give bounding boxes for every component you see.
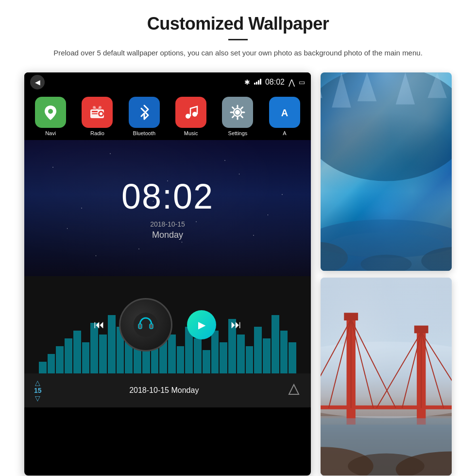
photo-card-ice bbox=[321, 72, 452, 271]
music-label: Music bbox=[184, 130, 198, 136]
eq-bar bbox=[56, 346, 64, 373]
eq-bar bbox=[48, 354, 55, 373]
photo-ice-cave bbox=[321, 72, 452, 271]
music-controls: ⏮ ▶ ⏭ bbox=[94, 298, 241, 352]
photo-card-bridge bbox=[321, 278, 452, 476]
album-art bbox=[119, 298, 172, 352]
app-settings[interactable]: Settings bbox=[215, 97, 260, 136]
svg-rect-38 bbox=[321, 405, 452, 409]
bottom-nav-icon[interactable] bbox=[287, 382, 301, 399]
signal-icon bbox=[254, 79, 261, 86]
photos-panel bbox=[321, 72, 452, 476]
photo-bridge bbox=[321, 278, 452, 476]
ice-cave-svg bbox=[321, 72, 452, 271]
bluetooth-status-icon: ✱ bbox=[244, 78, 250, 86]
next-button[interactable]: ⏭ bbox=[231, 318, 241, 331]
svg-marker-17 bbox=[289, 385, 299, 394]
settings-icon bbox=[222, 97, 253, 128]
page-subtitle: Preload over 5 default wallpaper options… bbox=[39, 47, 437, 59]
eq-bar bbox=[272, 315, 279, 373]
header-divider bbox=[228, 39, 248, 40]
page-title: Customized Wallpaper bbox=[39, 14, 437, 34]
svg-rect-31 bbox=[321, 72, 452, 271]
eq-bar bbox=[280, 331, 288, 373]
eq-bar bbox=[289, 342, 296, 373]
eq-bar bbox=[39, 362, 47, 373]
app-bluetooth[interactable]: Bluetooth bbox=[122, 97, 167, 136]
more-icon: A bbox=[269, 97, 300, 128]
eq-bar bbox=[246, 346, 254, 373]
bluetooth-label: Bluetooth bbox=[133, 130, 155, 136]
svg-rect-4 bbox=[92, 111, 98, 112]
navi-icon bbox=[35, 97, 66, 128]
settings-label: Settings bbox=[228, 130, 248, 136]
svg-point-27 bbox=[321, 242, 348, 270]
radio-label: Radio bbox=[90, 130, 104, 136]
eq-bar bbox=[82, 342, 90, 373]
status-time: 08:02 bbox=[265, 78, 285, 87]
app-bar: Navi Radio bbox=[24, 92, 311, 140]
status-bar-right: ✱ 08:02 ⋀ ▭ bbox=[244, 78, 305, 87]
clock-time: 08:02 bbox=[121, 176, 214, 216]
navi-label: Navi bbox=[45, 130, 56, 136]
eq-bar bbox=[73, 331, 81, 373]
status-bar-left: ◀ bbox=[30, 75, 45, 89]
content-area: ◀ ✱ 08:02 ⋀ ▭ bbox=[0, 68, 476, 476]
music-icon bbox=[175, 97, 206, 128]
app-radio[interactable]: Radio bbox=[75, 97, 119, 136]
radio-icon bbox=[82, 97, 113, 128]
app-more[interactable]: A A bbox=[262, 97, 307, 136]
more-label: A bbox=[283, 130, 286, 136]
svg-rect-16 bbox=[150, 324, 153, 329]
eq-bar bbox=[263, 338, 271, 373]
window-icon: ▭ bbox=[299, 78, 305, 86]
svg-point-3 bbox=[100, 112, 102, 115]
bluetooth-app-icon bbox=[129, 97, 160, 128]
eq-bar bbox=[65, 338, 72, 373]
music-area: ⏮ ▶ ⏭ bbox=[24, 276, 311, 373]
clock-day: Monday bbox=[152, 230, 183, 240]
svg-rect-15 bbox=[138, 324, 142, 329]
channel-up[interactable]: △ bbox=[35, 379, 40, 387]
bottom-bar: △ 15 ▽ 2018-10-15 Monday bbox=[24, 373, 311, 407]
svg-point-11 bbox=[192, 112, 197, 117]
back-button[interactable]: ◀ bbox=[30, 75, 45, 89]
app-navi[interactable]: Navi bbox=[28, 97, 73, 136]
channel-control: △ 15 ▽ bbox=[34, 379, 42, 402]
device-frame: ◀ ✱ 08:02 ⋀ ▭ bbox=[24, 72, 311, 476]
play-button[interactable]: ▶ bbox=[187, 310, 216, 339]
svg-point-29 bbox=[360, 255, 411, 271]
bottom-date: 2018-10-15 Monday bbox=[129, 386, 199, 395]
svg-point-10 bbox=[186, 114, 190, 119]
svg-text:A: A bbox=[281, 107, 288, 118]
album-art-inner bbox=[134, 313, 158, 337]
status-bar: ◀ ✱ 08:02 ⋀ ▭ bbox=[24, 72, 311, 92]
svg-point-25 bbox=[321, 219, 452, 258]
prev-button[interactable]: ⏮ bbox=[94, 318, 104, 331]
eq-bar bbox=[203, 350, 210, 373]
clock-area: 08:02 2018-10-15 Monday bbox=[24, 140, 311, 276]
page-header: Customized Wallpaper Preload over 5 defa… bbox=[0, 0, 476, 68]
channel-down[interactable]: ▽ bbox=[35, 394, 40, 402]
svg-rect-5 bbox=[92, 113, 98, 114]
svg-point-0 bbox=[48, 109, 53, 114]
svg-point-28 bbox=[421, 247, 452, 271]
svg-point-26 bbox=[329, 232, 444, 258]
svg-point-12 bbox=[235, 110, 240, 115]
bridge-svg bbox=[321, 278, 452, 476]
clock-date: 2018-10-15 bbox=[150, 220, 185, 228]
expand-icon: ⋀ bbox=[289, 78, 295, 87]
channel-number: 15 bbox=[34, 387, 42, 394]
eq-bar bbox=[254, 327, 262, 373]
app-music[interactable]: Music bbox=[169, 97, 213, 136]
